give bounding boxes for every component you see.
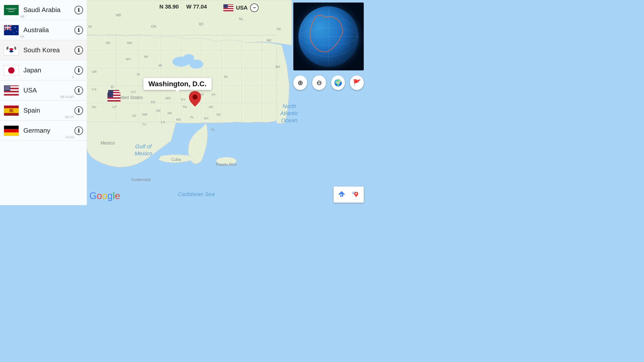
flag-south-korea: [4, 45, 19, 56]
longitude: W 77.04: [186, 4, 207, 10]
svg-text:✦: ✦: [13, 32, 14, 33]
info-button-japan[interactable]: ℹ: [74, 66, 83, 75]
svg-text:ID: ID: [111, 85, 114, 89]
svg-text:SK: SK: [88, 25, 92, 28]
svg-rect-125: [223, 10, 233, 11]
info-button-germany[interactable]: ℹ: [74, 126, 83, 135]
globe-sphere: [298, 6, 359, 67]
zoom-in-icon: ⊕: [298, 79, 303, 87]
svg-text:Ocean: Ocean: [281, 117, 298, 123]
svg-text:CO: CO: [131, 90, 136, 94]
svg-rect-117: [4, 129, 19, 132]
svg-rect-147: [107, 100, 120, 102]
globe-view-button[interactable]: 🌍: [331, 75, 345, 90]
svg-point-140: [355, 193, 357, 194]
svg-text:IA: IA: [137, 72, 140, 76]
info-button-australia[interactable]: ℹ: [74, 26, 83, 34]
svg-rect-105: [4, 91, 19, 92]
globe-icon: 🌍: [334, 79, 342, 87]
svg-rect-123: [223, 8, 233, 9]
svg-point-16: [183, 54, 194, 62]
svg-text:Gulf of: Gulf of: [135, 143, 152, 150]
svg-text:ND: ND: [106, 41, 110, 45]
sidebar-item-australia[interactable]: ✦ ✦ ✦ Australia SK ℹ: [0, 20, 87, 40]
svg-text:North: North: [283, 103, 296, 109]
sidebar-item-south-korea[interactable]: South Korea ℹ: [0, 40, 87, 60]
svg-text:ME: ME: [267, 38, 272, 42]
svg-text:TX: TX: [142, 123, 146, 126]
flag-usa: ★★★★★★ ★★★★★ ★★★★★★: [4, 85, 19, 96]
svg-text:Caribbean Sea: Caribbean Sea: [178, 191, 215, 197]
svg-text:OR: OR: [92, 70, 97, 74]
svg-text:▶: ▶: [341, 193, 343, 196]
selected-country-name: USA: [236, 5, 248, 11]
globe-widget: [293, 3, 364, 70]
svg-text:QC: QC: [199, 22, 204, 26]
zoom-out-button[interactable]: ⊖: [312, 75, 326, 90]
flag-icon: 🚩: [353, 79, 361, 87]
svg-text:MS: MS: [176, 118, 181, 121]
minus-button[interactable]: −: [250, 4, 259, 12]
flag-button[interactable]: 🚩: [350, 75, 364, 90]
country-name-south-korea: South Korea: [23, 46, 74, 54]
svg-text:AL: AL: [190, 115, 194, 119]
svg-text:Guatemala: Guatemala: [131, 177, 151, 182]
svg-point-100: [8, 67, 14, 73]
svg-point-128: [192, 95, 197, 100]
svg-text:PE: PE: [277, 27, 281, 31]
country-name-japan: Japan: [23, 66, 74, 74]
country-code-germany: CA AZ: [66, 135, 74, 139]
sidebar-item-japan[interactable]: Japan A ℹ: [0, 60, 87, 80]
country-code-spain: NV UT: [65, 115, 74, 119]
svg-rect-87: [7, 25, 8, 30]
svg-text:UT: UT: [112, 105, 117, 109]
svg-text:Puerto Rico: Puerto Rico: [216, 162, 237, 167]
map-navigation-controls: ▶ G: [334, 187, 364, 203]
svg-text:VA: VA: [211, 93, 216, 96]
sidebar-item-spain[interactable]: ⚜ Spain NV UT ℹ: [0, 101, 87, 121]
zoom-in-button[interactable]: ⊕: [293, 75, 307, 90]
svg-text:KS: KS: [151, 100, 155, 104]
us-map-flag: [107, 93, 120, 103]
svg-text:MO: MO: [166, 96, 171, 100]
svg-text:AZ: AZ: [132, 114, 136, 118]
info-button-usa[interactable]: ℹ: [74, 86, 83, 95]
flag-australia: ✦ ✦ ✦: [4, 25, 19, 35]
coords-container: N 38.90 W 77.04: [159, 4, 207, 10]
country-code-australia: SK: [20, 35, 24, 38]
svg-text:CA: CA: [92, 87, 96, 91]
svg-text:NL: NL: [239, 17, 244, 21]
globe-controls: ⊕ ⊖ 🌍 🚩: [293, 75, 364, 90]
svg-text:ON: ON: [151, 24, 156, 28]
svg-text:NC: NC: [209, 105, 214, 109]
sidebar-item-germany[interactable]: Germany CA AZ ℹ: [0, 121, 87, 141]
info-button-saudi-arabia[interactable]: ℹ: [74, 6, 83, 14]
svg-rect-148: [107, 93, 113, 97]
svg-text:Mexico: Mexico: [101, 141, 115, 146]
country-name-saudi-arabia: Saudi Arabia: [23, 6, 74, 14]
sidebar-item-usa[interactable]: ★★★★★★ ★★★★★ ★★★★★★ USA OR ID WY ℹ: [0, 80, 87, 101]
svg-text:SC: SC: [216, 113, 221, 116]
svg-rect-124: [223, 9, 233, 10]
svg-text:OK: OK: [156, 109, 161, 113]
svg-text:WY: WY: [126, 57, 131, 61]
svg-text:AR: AR: [167, 111, 172, 115]
svg-text:LA: LA: [161, 120, 165, 124]
svg-text:✦: ✦: [16, 30, 17, 32]
info-button-spain[interactable]: ℹ: [74, 106, 83, 115]
country-code-japan: A: [72, 75, 74, 79]
country-name-spain: Spain: [23, 107, 74, 114]
svg-rect-145: [107, 97, 120, 99]
selected-flag: [223, 4, 233, 11]
google-maps-button[interactable]: G: [349, 188, 362, 201]
flag-germany: [4, 125, 19, 136]
directions-button[interactable]: ▶: [335, 188, 348, 201]
flag-japan: [4, 65, 19, 76]
svg-text:Mexico: Mexico: [135, 150, 152, 157]
country-code-saudi-arabia: AB: [20, 15, 24, 18]
country-name-germany: Germany: [23, 127, 74, 134]
info-button-south-korea[interactable]: ℹ: [74, 46, 83, 55]
svg-text:MN: MN: [127, 41, 132, 45]
sidebar-item-saudi-arabia[interactable]: 🇸🇦 Saudi Arabia AB ℹ: [0, 0, 87, 20]
country-name-australia: Australia: [23, 26, 74, 34]
